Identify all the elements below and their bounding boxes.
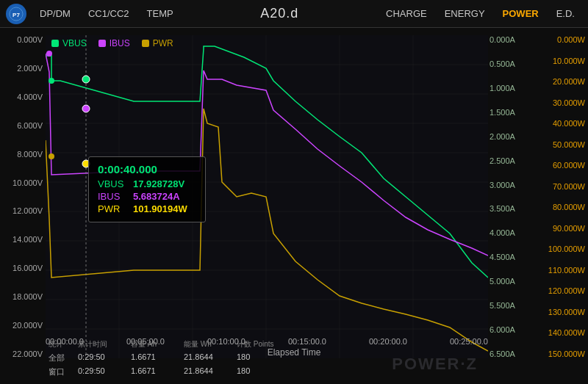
top-nav: P7 DP/DM CC1/CC2 TEMP A20.d CHARGE ENERG…: [0, 0, 588, 28]
tooltip-pwr-row: PWR 101.90194W: [98, 203, 196, 214]
y-axis-right-watts: 150.000W 140.000W 130.000W 120.000W 110.…: [532, 35, 588, 358]
stats-row-window: 窗口 0:29:50 1.6671 21.8644 180: [46, 366, 293, 378]
stats-header-row: 统计 累计时间 容量 Ah 能量 Wh 计数 Points: [46, 338, 293, 350]
tooltip-pwr-label: PWR: [98, 203, 127, 214]
legend-ibus: IBUS: [98, 38, 130, 48]
chart-tooltip: 0:00:40.000 VBUS 17.928728V IBUS 5.68372…: [88, 156, 206, 222]
nav-energy[interactable]: ENERGY: [437, 5, 492, 22]
app-logo: P7: [6, 4, 26, 24]
svg-point-22: [46, 51, 52, 57]
pwr-color-dot: [142, 40, 149, 47]
chart-legend: VBUS IBUS PWR: [51, 38, 173, 48]
nav-dp-dm[interactable]: DP/DM: [32, 5, 78, 22]
svg-point-19: [82, 76, 90, 83]
chart-area: 22.000V 20.000V 18.000V 16.000V 14.000V …: [0, 28, 588, 384]
svg-point-24: [49, 153, 54, 159]
tooltip-time: 0:00:40.000: [98, 163, 196, 175]
nav-ed[interactable]: E.D.: [549, 5, 582, 22]
tooltip-pwr-val: 101.90194W: [133, 203, 187, 214]
watermark: POWER·Z: [392, 355, 478, 374]
legend-vbus: VBUS: [51, 38, 87, 48]
nav-power[interactable]: POWER: [495, 5, 546, 22]
tooltip-ibus-val: 5.683724A: [133, 191, 180, 202]
ibus-color-dot: [98, 40, 106, 47]
stats-table: 统计 累计时间 容量 Ah 能量 Wh 计数 Points 全部 0:29:50…: [46, 338, 293, 378]
tooltip-vbus-row: VBUS 17.928728V: [98, 178, 196, 189]
page-title: A20.d: [184, 6, 376, 21]
tooltip-vbus-val: 17.928728V: [133, 178, 184, 189]
svg-text:P7: P7: [12, 12, 20, 18]
svg-point-20: [82, 105, 90, 112]
y-axis-left: 22.000V 20.000V 18.000V 16.000V 14.000V …: [0, 35, 46, 358]
svg-point-23: [49, 78, 54, 84]
legend-pwr: PWR: [142, 38, 173, 48]
y-axis-right-amps: 6.500A 6.000A 5.500A 5.000A 4.500A 4.000…: [487, 35, 529, 358]
tooltip-vbus-label: VBUS: [98, 178, 127, 189]
nav-charge[interactable]: CHARGE: [379, 5, 434, 22]
nav-temp[interactable]: TEMP: [140, 5, 181, 22]
tooltip-ibus-label: IBUS: [98, 191, 127, 202]
nav-cc[interactable]: CC1/CC2: [81, 5, 137, 22]
tooltip-ibus-row: IBUS 5.683724A: [98, 191, 196, 202]
vbus-color-dot: [51, 40, 59, 47]
stats-row-all: 全部 0:29:50 1.6671 21.8644 180: [46, 352, 293, 364]
